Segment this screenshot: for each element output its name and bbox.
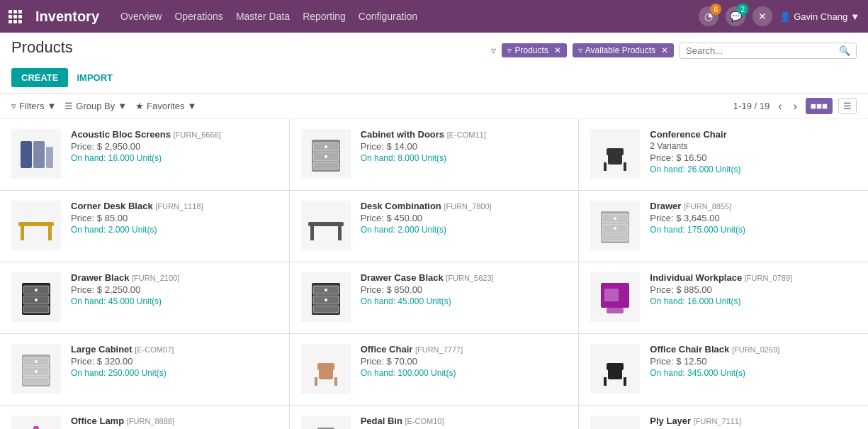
favorites-button[interactable]: ★ Favorites ▼ (135, 101, 196, 111)
svg-point-8 (325, 155, 327, 158)
group-by-button[interactable]: ☰ Group By ▼ (64, 101, 127, 111)
product-onhand: On hand: 26.000 Unit(s) (650, 165, 857, 174)
svg-point-37 (325, 299, 327, 301)
messages-icon[interactable]: 💬 2 (726, 6, 745, 26)
svg-rect-11 (604, 162, 607, 171)
product-code: [E-COM07] (135, 345, 174, 354)
product-image (11, 129, 61, 179)
product-price: Price: $ 885.00 (650, 284, 857, 295)
activity-icon[interactable]: ◔ 6 (699, 6, 718, 26)
svg-point-24 (614, 217, 616, 220)
filter-icon-btn: ▿ (11, 101, 16, 111)
product-card[interactable]: Drawer [FURN_8855]Price: $ 3,645.00On ha… (579, 191, 868, 262)
product-name: Drawer [FURN_8855] (650, 201, 857, 211)
svg-point-25 (614, 227, 616, 230)
filter-remove-available[interactable]: ✕ (661, 45, 668, 55)
star-icon: ★ (135, 101, 144, 111)
product-card[interactable]: Drawer Black [FURN_2100]Price: $ 2,250.0… (0, 262, 289, 333)
product-price: Price: $ 14.00 (361, 141, 568, 152)
nav-reporting[interactable]: Reporting (303, 8, 346, 25)
product-code: [FURN_8888] (127, 417, 174, 425)
svg-marker-57 (29, 426, 43, 429)
nav-configuration[interactable]: Configuration (359, 8, 417, 25)
product-card[interactable]: Pedal Bin [E-COM10]Price: $ 47.00On hand… (290, 406, 579, 429)
product-code: [E-COM11] (447, 130, 486, 139)
svg-rect-17 (308, 222, 344, 226)
filter-remove-products[interactable]: ✕ (554, 45, 561, 55)
page-title: Products (11, 38, 73, 57)
product-card[interactable]: Desk Combination [FURN_7800]Price: $ 450… (290, 191, 579, 262)
filter-icon-available: ▿ (578, 45, 582, 55)
search-input[interactable] (686, 45, 836, 56)
product-name: Pedal Bin [E-COM10] (361, 416, 568, 426)
svg-point-46 (35, 370, 38, 373)
product-card[interactable]: Acoustic Bloc Screens [FURN_6666]Price: … (0, 119, 289, 190)
product-price: Price: $ 12.50 (650, 356, 857, 367)
list-view-button[interactable]: ☰ (838, 98, 857, 114)
product-info: Ply Layer [FURN_7111]Price: $ 10.00On ha… (650, 416, 857, 429)
product-onhand: On hand: 2.000 Unit(s) (71, 225, 278, 235)
grid-view-button[interactable]: ■■■ (806, 98, 833, 114)
product-image (301, 201, 351, 250)
filter-icon: ▿ (491, 45, 496, 56)
nav-operations[interactable]: Operations (174, 8, 222, 25)
main-content: Acoustic Bloc Screens [FURN_6666]Price: … (0, 119, 868, 429)
product-code: [FURN_8855] (684, 202, 731, 211)
product-card[interactable]: Individual Workplace [FURN_0789]Price: $… (579, 262, 868, 333)
svg-rect-54 (604, 377, 607, 386)
create-button[interactable]: CREATE (11, 68, 68, 87)
filter-tag-available: ▿ Available Products ✕ (573, 43, 674, 57)
product-card[interactable]: Office Lamp [FURN_8888]Price: $ 40.00On … (0, 406, 289, 429)
svg-rect-56 (611, 377, 619, 379)
product-name: Large Cabinet [E-COM07] (71, 344, 278, 355)
nav-master-data[interactable]: Master Data (236, 8, 290, 25)
search-box[interactable]: 🔍 (680, 43, 857, 59)
product-code: [E-COM10] (405, 417, 444, 425)
svg-rect-18 (310, 226, 314, 240)
nav-overview[interactable]: Overview (120, 8, 162, 25)
svg-point-36 (325, 289, 327, 291)
product-info: Office Chair [FURN_7777]Price: $ 70.00On… (361, 344, 568, 378)
product-name: Corner Desk Black [FURN_1118] (71, 201, 278, 211)
product-info: Desk Combination [FURN_7800]Price: $ 450… (361, 201, 568, 235)
product-card[interactable]: Office Chair Black [FURN_0269]Price: $ 1… (579, 334, 868, 405)
product-card[interactable]: Corner Desk Black [FURN_1118]Price: $ 85… (0, 191, 289, 262)
product-code: [FURN_5623] (446, 274, 493, 282)
svg-rect-12 (624, 162, 626, 171)
apps-icon[interactable] (9, 10, 21, 23)
toolbar2-right: 1-19 / 19 ‹ › ■■■ ☰ (733, 98, 857, 114)
next-page-button[interactable]: › (791, 100, 800, 113)
svg-rect-16 (48, 226, 52, 240)
product-price: Price: $ 850.00 (361, 284, 568, 295)
product-onhand: On hand: 45.000 Unit(s) (361, 296, 568, 306)
product-card[interactable]: Office Chair [FURN_7777]Price: $ 70.00On… (290, 334, 579, 405)
filters-button[interactable]: ▿ Filters ▼ (11, 101, 56, 111)
svg-rect-44 (23, 377, 49, 384)
product-info: Conference Chair2 VariantsPrice: $ 16.50… (650, 129, 857, 174)
product-card[interactable]: Ply Layer [FURN_7111]Price: $ 10.00On ha… (579, 406, 868, 429)
action-toolbar: CREATE IMPORT (11, 68, 857, 87)
group-by-chevron: ▼ (118, 101, 127, 111)
app-brand: Inventory (35, 9, 99, 25)
product-name: Acoustic Bloc Screens [FURN_6666] (71, 129, 278, 140)
user-menu[interactable]: 👤 Gavin Chang ▼ (779, 11, 859, 22)
import-button[interactable]: IMPORT (74, 68, 115, 87)
product-info: Corner Desk Black [FURN_1118]Price: $ 85… (71, 201, 278, 235)
svg-point-30 (35, 289, 38, 291)
product-image (11, 201, 61, 250)
messages-badge: 2 (737, 4, 748, 15)
product-code: [FURN_0789] (745, 274, 792, 282)
product-card[interactable]: Drawer Case Black [FURN_5623]Price: $ 85… (290, 262, 579, 333)
prev-page-button[interactable]: ‹ (775, 100, 784, 113)
product-card[interactable]: Cabinet with Doors [E-COM11]Price: $ 14.… (290, 119, 579, 190)
filter-label-products: Products (514, 45, 548, 55)
close-icon[interactable]: ✕ (753, 6, 772, 26)
product-info: Individual Workplace [FURN_0789]Price: $… (650, 272, 857, 306)
product-card[interactable]: Large Cabinet [E-COM07]Price: $ 320.00On… (0, 334, 289, 405)
product-onhand: On hand: 16.000 Unit(s) (650, 296, 857, 306)
product-code: [FURN_6666] (174, 130, 221, 139)
product-card[interactable]: Conference Chair2 VariantsPrice: $ 16.50… (579, 119, 868, 190)
favorites-chevron: ▼ (188, 101, 197, 111)
filter-tag-products: ▿ Products ✕ (502, 43, 566, 57)
svg-point-31 (35, 299, 38, 301)
